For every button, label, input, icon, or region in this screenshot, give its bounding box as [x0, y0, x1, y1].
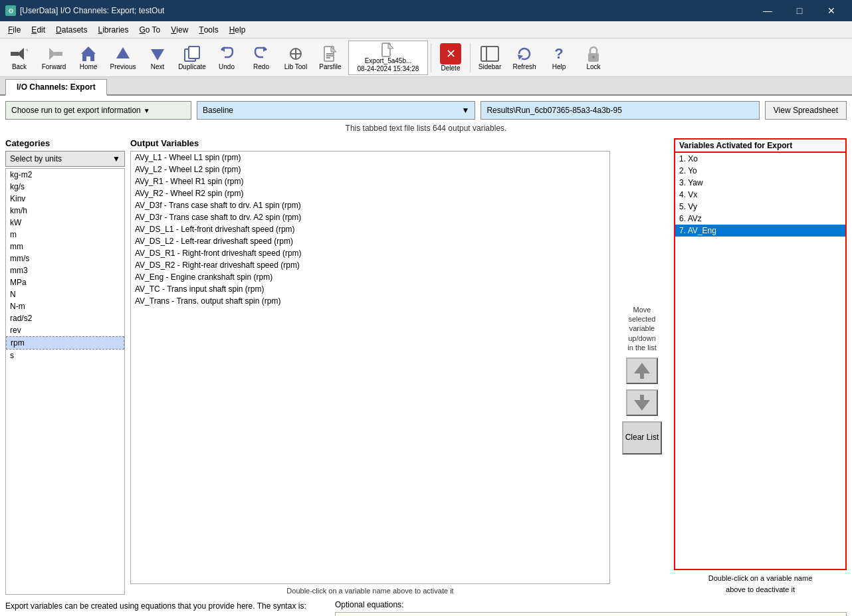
list-item[interactable]: MPa: [6, 276, 124, 288]
activated-list-item[interactable]: 4. Vx: [675, 189, 845, 201]
activated-variables-column: Variables Activated for Export 1. Xo 2. …: [674, 138, 847, 595]
optional-equations-textarea[interactable]: [335, 612, 847, 616]
lib-tool-button[interactable]: Lib Tool: [279, 41, 312, 75]
categories-column: Categories Select by units ▼ kg-m2 kg/s …: [5, 138, 125, 595]
list-item[interactable]: rad/s2: [6, 312, 124, 324]
menu-view[interactable]: View: [165, 23, 193, 37]
list-item[interactable]: mm: [6, 241, 124, 253]
menu-file[interactable]: File: [3, 23, 26, 37]
output-list-item[interactable]: AV_DS_L1 - Left-front driveshaft speed (…: [131, 223, 609, 235]
back-button[interactable]: Back: [3, 41, 36, 75]
forward-button[interactable]: Forward: [37, 41, 70, 75]
top-row: Choose run to get export information ▼ B…: [5, 101, 847, 120]
help-button[interactable]: ? Help: [542, 41, 576, 75]
list-item[interactable]: Kinv: [6, 193, 124, 205]
undo-button[interactable]: Undo: [210, 41, 243, 75]
delete-icon: ✕: [440, 43, 461, 64]
svg-rect-30: [640, 395, 644, 401]
clear-list-button[interactable]: Clear List: [622, 421, 662, 455]
output-list-item[interactable]: AVy_R1 - Wheel R1 spin (rpm): [131, 175, 609, 187]
move-up-button[interactable]: [626, 358, 658, 384]
refresh-icon: [515, 45, 534, 63]
menu-goto[interactable]: Go To: [134, 23, 165, 37]
move-down-button[interactable]: [626, 389, 658, 416]
svg-marker-7: [151, 49, 164, 60]
list-item[interactable]: m: [6, 229, 124, 241]
svg-marker-6: [116, 47, 130, 58]
minimize-button[interactable]: —: [752, 0, 783, 21]
redo-button[interactable]: Redo: [245, 41, 278, 75]
baseline-dropdown[interactable]: Baseline ▼: [197, 101, 475, 120]
list-item[interactable]: kg/s: [6, 181, 124, 193]
export-file-button[interactable]: Export_5a45b...08-24-2024 15:34:28: [348, 41, 428, 75]
menu-datasets[interactable]: Datasets: [51, 23, 92, 37]
parsfile-icon: [321, 45, 340, 63]
tabbar: I/O Channels: Export: [0, 77, 852, 96]
svg-rect-4: [54, 52, 62, 56]
main-content: Choose run to get export information ▼ B…: [0, 96, 852, 616]
menu-edit[interactable]: Edit: [26, 23, 51, 37]
activated-list-item[interactable]: 3. Yaw: [675, 177, 845, 189]
list-item[interactable]: kg-m2: [6, 169, 124, 181]
run-dropdown[interactable]: Choose run to get export information ▼: [5, 101, 191, 120]
output-list-item[interactable]: AVy_R2 - Wheel R2 spin (rpm): [131, 187, 609, 199]
output-list-item[interactable]: AV_Trans - Trans. output shaft spin (rpm…: [131, 295, 609, 307]
previous-button[interactable]: Previous: [106, 41, 140, 75]
output-list-item[interactable]: AV_DS_L2 - Left-rear driveshaft speed (r…: [131, 235, 609, 247]
activated-list-item-selected[interactable]: 7. AV_Eng: [675, 225, 845, 237]
list-item[interactable]: N-m: [6, 300, 124, 312]
list-item[interactable]: mm3: [6, 264, 124, 276]
close-button[interactable]: ✕: [816, 0, 847, 21]
lib-tool-icon: [286, 45, 305, 63]
sidebar-button[interactable]: Sidebar: [473, 41, 506, 75]
content-area: Categories Select by units ▼ kg-m2 kg/s …: [5, 138, 847, 595]
activated-variables-list[interactable]: 1. Xo 2. Yo 3. Yaw 4. Vx 5. Vy 6. AVz 7.…: [674, 153, 847, 570]
toolbar: Back Forward Home Previous Next Duplicat…: [0, 39, 852, 77]
categories-list[interactable]: kg-m2 kg/s Kinv km/h kW m mm mm/s mm3 MP…: [5, 168, 125, 595]
activated-list-item[interactable]: 5. Vy: [675, 201, 845, 213]
svg-marker-27: [634, 363, 650, 373]
output-list-item[interactable]: AV_TC - Trans input shaft spin (rpm): [131, 283, 609, 295]
duplicate-button[interactable]: Duplicate: [175, 41, 209, 75]
list-item-selected[interactable]: rpm: [6, 336, 124, 350]
next-button[interactable]: Next: [141, 41, 174, 75]
middle-controls: Moveselectedvariableup/downin the list C…: [615, 138, 669, 595]
info-text: This tabbed text file lists 644 output v…: [5, 124, 847, 133]
redo-icon: [252, 45, 270, 63]
parsfile-button[interactable]: Parsfile: [314, 41, 347, 75]
output-list-item[interactable]: AV_DS_R1 - Right-front driveshaft speed …: [131, 247, 609, 259]
output-list-item[interactable]: AVy_L2 - Wheel L2 spin (rpm): [131, 163, 609, 175]
list-item[interactable]: s: [6, 350, 124, 361]
output-variables-list[interactable]: AVy_L1 - Wheel L1 spin (rpm) AVy_L2 - Wh…: [130, 151, 610, 584]
output-variables-header: Output Variables: [130, 138, 610, 148]
list-item[interactable]: N: [6, 288, 124, 300]
toolbar-separator: [431, 43, 431, 72]
list-item[interactable]: km/h: [6, 205, 124, 217]
view-spreadsheet-button[interactable]: View Spreadsheet: [765, 101, 847, 120]
list-item[interactable]: kW: [6, 217, 124, 229]
path-box: Results\Run_6cb07365-85a3-4a3b-95: [480, 101, 759, 120]
activated-list-item[interactable]: 6. AVz: [675, 213, 845, 225]
run-dropdown-label: Choose run to get export information: [11, 106, 141, 115]
tab-io-channels-export[interactable]: I/O Channels: Export: [5, 79, 107, 96]
menu-tools[interactable]: Tools: [193, 23, 223, 37]
duplicate-icon: [183, 45, 201, 63]
output-list-item[interactable]: AV_Eng - Engine crankshaft spin (rpm): [131, 271, 609, 283]
menu-help[interactable]: Help: [224, 23, 251, 37]
categories-filter-dropdown[interactable]: Select by units ▼: [5, 151, 125, 167]
menubar: File Edit Datasets Libraries Go To View …: [0, 21, 852, 39]
list-item[interactable]: rev: [6, 324, 124, 336]
list-item[interactable]: mm/s: [6, 253, 124, 264]
activated-list-item[interactable]: 1. Xo: [675, 153, 845, 165]
output-list-item[interactable]: AV_DS_R2 - Right-rear driveshaft speed (…: [131, 259, 609, 271]
home-button[interactable]: Home: [72, 41, 105, 75]
output-list-item[interactable]: AV_D3r - Trans case shaft to drv. A2 spi…: [131, 211, 609, 223]
refresh-button[interactable]: Refresh: [508, 41, 541, 75]
menu-libraries[interactable]: Libraries: [92, 23, 134, 37]
output-list-item[interactable]: AVy_L1 - Wheel L1 spin (rpm): [131, 152, 609, 163]
output-list-item[interactable]: AV_D3f - Trans case shaft to drv. A1 spi…: [131, 199, 609, 211]
activated-list-item[interactable]: 2. Yo: [675, 165, 845, 177]
lock-button[interactable]: Lock: [577, 41, 610, 75]
maximize-button[interactable]: □: [784, 0, 815, 21]
delete-button[interactable]: ✕ Delete: [434, 41, 467, 75]
